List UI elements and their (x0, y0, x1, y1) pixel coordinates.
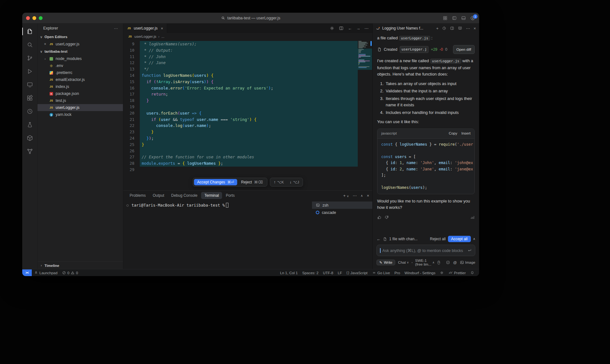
activity-item-explorer[interactable] (22, 25, 37, 38)
timeline-section[interactable]: › Timeline (37, 261, 123, 269)
file-row-.env[interactable]: .env (37, 62, 123, 69)
more-actions-icon[interactable]: ⋯ (364, 26, 369, 30)
new-terminal-icon[interactable]: + ∨ (343, 193, 349, 198)
file-row-node_modules[interactable]: ›node_modules (37, 55, 123, 62)
panel-tab-output[interactable]: Output (150, 192, 167, 199)
eol-item[interactable]: LF (336, 269, 344, 276)
activity-item-extensions[interactable] (22, 91, 37, 105)
cascade-input[interactable]: Ask anything (⌘L), @ to mention code blo… (376, 245, 475, 256)
split-editor-icon[interactable] (339, 26, 344, 31)
breadcrumb[interactable]: JS userLogger.js › ... (123, 33, 372, 40)
cascade-conversation[interactable]: Logging User Names f... (376, 26, 423, 30)
file-row-package.json[interactable]: npackage.json (37, 90, 123, 97)
launchpad-item[interactable]: Launchpad (32, 269, 60, 276)
code-line-26[interactable]: 26 (123, 148, 358, 154)
accept-all-button[interactable]: Accept all (448, 236, 471, 242)
open-editors-section[interactable]: ∨ Open Editors (37, 33, 123, 41)
code-line-23[interactable]: 23 } (123, 129, 358, 135)
reject-all-button[interactable]: Reject all (430, 237, 445, 241)
toggle-sidebar-icon[interactable] (452, 16, 457, 21)
indentation-item[interactable]: Spaces: 2 (300, 269, 321, 276)
customize-layout-icon[interactable] (443, 16, 448, 21)
problems-item[interactable]: 0 0 (60, 269, 80, 276)
code-line-20[interactable]: 20 users.forEach(user => { (123, 110, 358, 116)
inline-code-chip[interactable]: userLogger.js (430, 59, 461, 63)
chat-mode-button[interactable]: Chat ∨ (398, 261, 409, 264)
activity-item-source-control[interactable] (22, 51, 37, 65)
open-editor-userLogger.js[interactable]: ×JSuserLogger.js (37, 41, 123, 48)
code-line-27[interactable]: 27// Export the function for use in othe… (123, 154, 358, 160)
pro-item[interactable]: Pro (392, 269, 402, 276)
thumbs-up-icon[interactable] (377, 215, 382, 220)
code-line-15[interactable]: 15 if (!Array.isArray(users)) { (123, 79, 358, 85)
code-line-12[interactable]: 12 * // Jane (123, 60, 358, 66)
activity-item-testing[interactable] (22, 118, 37, 131)
new-conversation-icon[interactable]: + (436, 26, 439, 31)
file-row-yarn.lock[interactable]: yyarn.lock (37, 111, 123, 118)
account-menu[interactable]: 1 (470, 16, 475, 21)
code-line-29[interactable]: 29 (123, 167, 358, 173)
file-row-index.js[interactable]: JSindex.js (37, 83, 123, 90)
file-row-.prettierrc[interactable]: .prettierrc (37, 69, 123, 76)
file-row-test.js[interactable]: JStest.js (37, 97, 123, 104)
zoom-window-button[interactable] (39, 16, 43, 20)
code-line-28[interactable]: 28module.exports = { logUserNames }; (123, 160, 358, 167)
navigate-back-icon[interactable]: ← (348, 26, 352, 30)
activity-item-packages[interactable] (22, 131, 37, 145)
panel-tab-debug-console[interactable]: Debug Console (168, 192, 201, 199)
usage-stats-icon[interactable] (470, 215, 475, 220)
thumbs-down-icon[interactable] (384, 215, 389, 220)
code-line-10[interactable]: 10 * // Output: (123, 47, 358, 54)
terminal-session-zsh[interactable]: zsh (312, 202, 372, 209)
activity-item-run-debug[interactable] (22, 65, 37, 78)
gear-icon[interactable] (329, 26, 335, 31)
activity-item-remote-explorer[interactable] (22, 78, 37, 91)
code-line-14[interactable]: 14function logUserNames(users) { (123, 72, 358, 79)
code-line-21[interactable]: 21 if (user && typeof user.name === 'str… (123, 116, 358, 123)
collapse-review-icon[interactable]: ← (376, 237, 381, 241)
language-item[interactable]: { }JavaScript (344, 269, 369, 276)
code-line-13[interactable]: 13 */ (123, 66, 358, 72)
code-line-19[interactable]: 19 (123, 104, 358, 110)
close-cascade-icon[interactable]: × (473, 26, 476, 31)
help-icon[interactable]: ? (437, 261, 440, 265)
panel-more-icon[interactable]: ⋯ (353, 193, 357, 198)
changed-file-chip[interactable]: userLogger.j (400, 46, 429, 53)
panel-tab-ports[interactable]: Ports (223, 192, 238, 199)
reject-changes-button[interactable]: Reject ⌘⌫ (238, 179, 266, 185)
next-change-button[interactable]: ↓ ⌥J (287, 179, 302, 185)
encoding-item[interactable]: UTF-8 (321, 269, 336, 276)
minimize-window-button[interactable] (32, 16, 36, 20)
code-line-16[interactable]: 16 console.error('Error: Expected an arr… (123, 85, 358, 91)
notifications-item[interactable] (468, 269, 477, 276)
activity-item-search[interactable] (22, 38, 37, 51)
model-selector[interactable]: SWE-1 (free lim... ∧ (415, 259, 435, 266)
toggle-panel-icon[interactable] (461, 16, 466, 21)
prettier-item[interactable]: ✓✓Prettier (446, 269, 468, 276)
code-editor[interactable]: 9 * logUserNames(users);10 * // Output:1… (123, 40, 372, 190)
root-folder-section[interactable]: ∨ tariibaba-test (37, 48, 123, 55)
files-changed-label[interactable]: 1 file with chan... (389, 237, 428, 241)
cursor-position-item[interactable]: Ln 1, Col 1 (278, 269, 300, 276)
maximize-panel-icon[interactable]: ∧ (361, 194, 363, 197)
open-in-editor-icon[interactable] (450, 26, 454, 30)
navigate-forward-icon[interactable]: → (356, 26, 360, 30)
history-icon[interactable] (442, 26, 446, 30)
close-panel-icon[interactable]: × (367, 193, 369, 198)
code-line-22[interactable]: 22 console.log(user.name); (123, 122, 358, 129)
editor-scrollbar[interactable] (370, 41, 372, 46)
remote-indicator[interactable]: >< (22, 269, 32, 276)
minimap[interactable] (358, 40, 372, 190)
panel-tab-problems[interactable]: Problems (126, 192, 149, 199)
close-editor-icon[interactable]: × (43, 42, 47, 46)
settings-gear-item[interactable] (437, 269, 446, 276)
activity-item-workflows[interactable] (22, 145, 37, 158)
attach-image-button[interactable]: Image (460, 260, 475, 265)
code-block-body[interactable]: const { logUserNames } = require('./user… (377, 139, 474, 194)
tasks-icon[interactable] (446, 260, 450, 265)
accept-changes-button[interactable]: Accept Changes ⌘⏎ (194, 179, 237, 185)
open-diff-button[interactable]: Open diff (453, 45, 475, 54)
cascade-more-icon[interactable]: ⋯ (466, 26, 470, 31)
inline-code-chip[interactable]: userLogger.js (399, 36, 430, 41)
windsurf-settings-item[interactable]: Windsurf - Settings (402, 269, 437, 276)
